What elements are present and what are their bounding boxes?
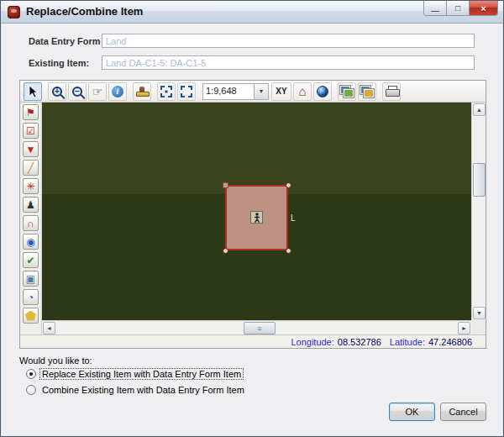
checklist-tool-icon[interactable]: ☑ xyxy=(23,123,39,139)
stamp-icon xyxy=(136,86,148,97)
info-tool-button[interactable]: i xyxy=(108,82,127,101)
parcel-handle-bottomright[interactable] xyxy=(286,248,291,254)
clock-tool-icon[interactable]: ◔ xyxy=(23,289,39,305)
check-tool-icon[interactable]: ✔ xyxy=(23,252,39,268)
xy-coordinates-button[interactable]: XY xyxy=(271,82,291,101)
window-title: Replace/Combine Item xyxy=(26,5,143,18)
horizontal-scrollbar[interactable]: ◄ ► xyxy=(42,320,471,334)
stamp-tool-button[interactable] xyxy=(133,82,151,101)
circle-tool-icon[interactable]: ◉ xyxy=(23,234,39,250)
minimize-button[interactable]: — xyxy=(424,1,447,15)
flag-tool-icon[interactable]: ⚑ xyxy=(23,104,39,120)
line-tool-icon[interactable]: ╱ xyxy=(23,160,39,176)
parcel-label: L xyxy=(291,213,296,223)
printer-icon xyxy=(386,86,398,97)
arc-tool-icon[interactable]: ∩ xyxy=(23,215,39,231)
scroll-right-button[interactable]: ► xyxy=(458,322,470,334)
print-button[interactable] xyxy=(382,82,401,101)
zoom-in-icon: + xyxy=(52,87,62,97)
layers-icon xyxy=(340,86,354,97)
parcel-handle-topright[interactable] xyxy=(286,182,291,188)
image-overlay-icon xyxy=(360,86,374,97)
image-overlay-button[interactable] xyxy=(358,82,376,101)
zoom-in-button[interactable]: + xyxy=(48,82,66,101)
existing-item-field[interactable] xyxy=(102,55,475,70)
zoom-out-icon: − xyxy=(72,87,82,97)
scroll-up-button[interactable]: ▲ xyxy=(473,103,486,116)
replace-radio-label[interactable]: Replace Existing Item with Data Entry Fo… xyxy=(40,369,243,379)
horizontal-scroll-thumb[interactable] xyxy=(244,322,276,334)
close-icon: × xyxy=(480,3,486,13)
map-statusbar: Longitude: 08.532786 Latitude: 47.246806 xyxy=(20,334,486,348)
window-controls: — □ × xyxy=(423,1,498,16)
scale-value[interactable]: 1:9,648 xyxy=(202,83,255,100)
latitude-value: 47.246806 xyxy=(428,337,472,347)
close-button[interactable]: × xyxy=(470,1,497,15)
chevron-down-icon: ▼ xyxy=(259,88,265,94)
replace-radio[interactable] xyxy=(26,369,36,379)
zoom-extent-button[interactable] xyxy=(157,82,176,101)
longitude-value: 08.532786 xyxy=(338,337,381,347)
vertical-scrollbar[interactable]: ▲ ▼ xyxy=(471,103,486,320)
person-tool-icon[interactable]: ♟ xyxy=(23,197,39,213)
cancel-button[interactable]: Cancel xyxy=(440,403,486,421)
map-body: ⚑ ☑ ▼ ╱ ✳ ♟ ∩ ◉ ✔ ▣ ◔ xyxy=(20,103,486,334)
parcel-person-icon xyxy=(250,211,263,224)
scale-combo: 1:9,648 ▼ xyxy=(202,83,269,100)
replace-option-row: Replace Existing Item with Data Entry Fo… xyxy=(26,369,243,379)
hand-icon: ☞ xyxy=(92,85,103,98)
data-entry-form-item-field[interactable] xyxy=(102,34,475,48)
cursor-icon xyxy=(27,85,39,98)
scroll-left-button[interactable]: ◄ xyxy=(43,322,55,334)
star-tool-icon[interactable]: ✳ xyxy=(23,178,39,194)
scale-dropdown-button[interactable]: ▼ xyxy=(255,83,269,100)
full-extent-icon xyxy=(180,85,193,98)
combine-radio[interactable] xyxy=(26,385,36,395)
pan-tool-button[interactable]: ☞ xyxy=(88,82,107,101)
ok-button[interactable]: OK xyxy=(389,403,435,421)
tool-palette: ⚑ ☑ ▼ ╱ ✳ ♟ ∩ ◉ ✔ ▣ ◔ xyxy=(20,103,42,334)
app-icon xyxy=(8,6,20,18)
pentagon-tool-icon[interactable] xyxy=(23,308,39,324)
globe-icon xyxy=(317,86,328,97)
latitude-label: Latitude: xyxy=(390,337,425,347)
home-button[interactable]: ⌂ xyxy=(293,82,312,101)
select-tool-button[interactable] xyxy=(24,82,42,101)
map-canvas[interactable]: L xyxy=(42,103,471,320)
zoom-extent-icon xyxy=(160,85,173,98)
minimize-icon: — xyxy=(431,6,439,15)
parcel-handle-bottomleft[interactable] xyxy=(223,248,228,254)
combine-radio-label[interactable]: Combine Existing Item with Data Entry Fo… xyxy=(40,385,246,395)
marker-tool-icon[interactable]: ▼ xyxy=(23,141,39,157)
scrollbar-corner xyxy=(471,320,486,334)
full-extent-button[interactable] xyxy=(177,82,196,101)
vertical-scroll-thumb[interactable] xyxy=(473,163,486,197)
scroll-down-button[interactable]: ▼ xyxy=(473,307,486,319)
parcel-handle-topleft[interactable] xyxy=(223,182,228,188)
zoom-out-button[interactable]: − xyxy=(68,82,87,101)
existing-item-label: Existing Item: xyxy=(29,58,89,68)
globe-button[interactable] xyxy=(313,82,332,101)
combine-option-row: Combine Existing Item with Data Entry Fo… xyxy=(26,385,246,395)
home-icon: ⌂ xyxy=(298,85,306,97)
info-icon: i xyxy=(112,86,123,97)
longitude-label: Longitude: xyxy=(291,337,333,347)
map-panel: + − ☞ i 1:9,648 xyxy=(19,80,486,349)
maximize-button[interactable]: □ xyxy=(447,1,470,15)
grid-tool-icon[interactable]: ▣ xyxy=(23,271,39,287)
map-toolbar: + − ☞ i 1:9,648 xyxy=(20,81,486,103)
layers-preview-button[interactable] xyxy=(338,82,356,101)
replace-combine-dialog: Replace/Combine Item — □ × Data Entry Fo… xyxy=(0,0,504,437)
titlebar[interactable]: Replace/Combine Item — □ × xyxy=(1,1,503,24)
maximize-icon: □ xyxy=(455,3,460,13)
would-you-like-label: Would you like to: xyxy=(19,355,92,366)
